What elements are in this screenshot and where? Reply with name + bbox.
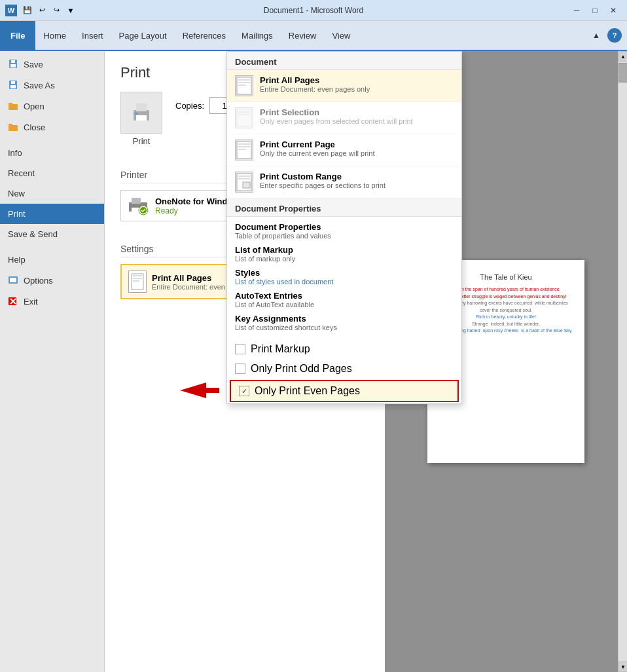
tab-references[interactable]: References [175,21,234,50]
doc-props-item-5[interactable]: Key Assignments List of customized short… [235,312,454,333]
tab-file[interactable]: File [0,21,35,50]
preview-doc-title: The Tale of Kieu [480,273,531,281]
maximize-btn[interactable]: □ [586,3,603,18]
window-controls: ─ □ ✕ [568,3,622,18]
dropdown-doc-props-header: Document Properties [227,198,461,217]
tab-insert[interactable]: Insert [74,21,111,50]
print-button[interactable] [120,92,162,134]
print-markup-checkbox[interactable] [235,344,245,354]
tab-home[interactable]: Home [35,21,74,50]
scroll-thumb[interactable] [618,63,627,83]
printer-icon [130,101,153,124]
title-bar-left: W 💾 ↩ ↪ ▼ [5,4,77,17]
dropdown-print-custom[interactable]: Print Custom Range Enter specific pages … [227,166,461,198]
doc-props-title-4: AutoText Entries [235,291,454,301]
print-selection-desc: Only even pages from selected content wi… [260,117,413,125]
poem-line-2: what a bitter struggle is waged between … [445,294,566,299]
scroll-up-btn[interactable]: ▲ [618,51,627,62]
sidebar-help-label: Help [8,255,26,265]
svg-rect-21 [132,198,141,204]
svg-rect-25 [133,275,142,276]
sidebar-item-info[interactable]: Info [0,143,104,163]
svg-rect-27 [133,280,139,282]
svg-rect-33 [238,111,250,113]
sidebar-close-label: Close [24,122,45,132]
close-doc-icon [8,122,18,132]
doc-props-desc-2: List of markup only [235,255,454,263]
ribbon-collapse-btn[interactable]: ▲ [588,28,605,43]
doc-props-item-2[interactable]: List of Markup List of markup only [235,244,454,264]
odd-pages-checkbox[interactable] [235,364,245,374]
options-icon [8,275,18,286]
sidebar-item-exit[interactable]: Exit [0,291,104,312]
print-all-desc: Entire Document: even pages only [260,85,370,93]
svg-rect-2 [11,60,15,63]
title-bar: W 💾 ↩ ↪ ▼ Document1 - Microsoft Word ─ □… [0,0,627,21]
open-icon [8,101,18,111]
doc-props-item-1[interactable]: Document Properties Table of properties … [235,221,454,241]
doc-props-item-3[interactable]: Styles List of styles used in document [235,267,454,287]
dropdown-print-selection[interactable]: Print Selection Only even pages from sel… [227,102,461,134]
sidebar-item-help[interactable]: Help [0,250,104,270]
doc-props-title-1: Document Properties [235,222,454,232]
print-all-icon [235,75,253,96]
print-selection-title: Print Selection [260,107,413,117]
printer-icon-area [126,196,150,215]
print-current-text: Print Current Page Only the current even… [260,140,374,157]
dropdown-print-all[interactable]: Print All Pages Entire Document: even pa… [227,70,461,102]
sidebar-item-save-send[interactable]: Save & Send [0,224,104,244]
svg-rect-4 [10,85,16,88]
svg-rect-8 [9,125,18,131]
arrow-indicator [180,383,219,398]
sidebar-item-close[interactable]: Close [0,117,104,138]
sidebar-item-save-as[interactable]: Save As [0,75,104,96]
dropdown-doc-section: Document [227,52,461,70]
tab-page-layout[interactable]: Page Layout [111,21,175,50]
sidebar-item-options[interactable]: Options [0,270,104,291]
undo-btn[interactable]: ↩ [35,4,48,17]
svg-rect-36 [238,143,250,145]
tab-mailings[interactable]: Mailings [234,21,281,50]
qat-more-btn[interactable]: ▼ [64,4,77,17]
save-as-icon [8,80,18,90]
doc-props-title-3: Styles [235,268,454,278]
sidebar-item-recent[interactable]: Recent [0,163,104,183]
print-current-desc: Only the current even page will print [260,149,374,157]
save-qat-btn[interactable]: 💾 [21,4,34,17]
scroll-down-btn[interactable]: ▼ [618,662,627,672]
tab-view[interactable]: View [324,21,358,50]
check-even-pages[interactable]: ✓ Only Print Even Pages [230,380,459,402]
redo-btn[interactable]: ↪ [50,4,63,17]
doc-props-title-5: Key Assignments [235,314,454,324]
checkmark-icon: ✓ [242,387,247,396]
sidebar-item-print[interactable]: Print [0,204,104,224]
word-logo: W [5,5,17,16]
svg-rect-7 [9,103,12,105]
sidebar-options-label: Options [24,276,53,286]
svg-rect-16 [136,115,147,121]
help-btn[interactable]: ? [607,28,622,43]
sidebar-item-save[interactable]: Save [0,54,104,75]
sidebar-item-new[interactable]: New [0,183,104,204]
red-arrow-icon [180,383,219,398]
svg-rect-9 [9,124,12,126]
minimize-btn[interactable]: ─ [568,3,585,18]
svg-rect-40 [238,176,250,177]
dropdown-doc-props-area: Document Properties Table of properties … [227,217,461,339]
print-current-title: Print Current Page [260,140,374,149]
check-odd-pages[interactable]: Only Print Odd Pages [227,359,461,379]
tab-review[interactable]: Review [281,21,325,50]
sidebar-exit-label: Exit [24,297,38,307]
even-pages-checkbox[interactable]: ✓ [239,386,249,396]
svg-rect-18 [135,113,137,115]
sidebar-item-open[interactable]: Open [0,96,104,117]
check-print-markup[interactable]: Print Markup [227,339,461,359]
sidebar: Save Save As Open Close Info Recent New … [0,51,105,672]
svg-rect-1 [10,64,16,67]
sidebar-open-label: Open [24,102,45,111]
dropdown-print-current[interactable]: Print Current Page Only the current even… [227,134,461,166]
doc-props-item-4[interactable]: AutoText Entries List of AutoText availa… [235,289,454,310]
print-markup-label: Print Markup [251,343,310,355]
close-btn[interactable]: ✕ [605,3,622,18]
doc-props-desc-3: List of styles used in document [235,278,454,286]
